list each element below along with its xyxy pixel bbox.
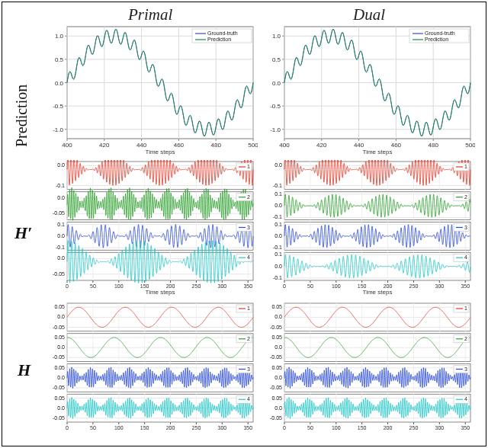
- svg-text:1: 1: [247, 306, 250, 311]
- svg-text:Ground-truth: Ground-truth: [207, 30, 238, 36]
- svg-text:0.05: 0.05: [54, 395, 65, 401]
- chart-dual-prediction: 400420440460480500-1.0-0.50.00.51.0Time …: [262, 22, 475, 155]
- svg-text:200: 200: [384, 283, 393, 289]
- svg-text:4: 4: [464, 254, 467, 260]
- svg-text:400: 400: [279, 142, 290, 149]
- svg-text:150: 150: [140, 283, 149, 289]
- svg-text:-0.05: -0.05: [270, 415, 282, 421]
- svg-text:Time steps: Time steps: [363, 289, 393, 296]
- svg-text:0.05: 0.05: [271, 395, 282, 401]
- svg-text:200: 200: [384, 425, 393, 430]
- svg-text:200: 200: [166, 283, 175, 289]
- svg-text:4: 4: [247, 396, 250, 402]
- svg-text:-0.1: -0.1: [273, 214, 282, 219]
- svg-text:0.0: 0.0: [57, 314, 65, 319]
- svg-text:250: 250: [192, 425, 201, 430]
- svg-text:Prediction: Prediction: [425, 37, 448, 42]
- svg-text:150: 150: [358, 283, 367, 289]
- svg-text:-1.0: -1.0: [270, 126, 281, 133]
- svg-text:0.05: 0.05: [271, 304, 282, 309]
- svg-text:0.0: 0.0: [274, 314, 282, 319]
- svg-text:0.1: 0.1: [274, 251, 282, 257]
- svg-text:0: 0: [283, 425, 286, 430]
- chart-dual-h: -0.050.00.051-0.050.00.052-0.050.00.053-…: [262, 302, 475, 437]
- svg-text:150: 150: [358, 425, 367, 430]
- svg-text:0.0: 0.0: [274, 264, 282, 269]
- svg-text:1.0: 1.0: [55, 33, 64, 40]
- svg-text:0.0: 0.0: [57, 195, 65, 200]
- svg-text:4: 4: [247, 254, 250, 260]
- svg-text:Prediction: Prediction: [207, 37, 231, 42]
- svg-text:-0.1: -0.1: [56, 183, 65, 188]
- svg-text:-0.5: -0.5: [53, 103, 63, 110]
- svg-text:0.0: 0.0: [57, 375, 65, 380]
- figure-container: Primal Dual Prediction H′ H 400420440460…: [2, 2, 486, 446]
- svg-text:440: 440: [136, 142, 147, 149]
- svg-text:-0.05: -0.05: [53, 354, 65, 360]
- svg-text:0.0: 0.0: [274, 162, 282, 168]
- svg-text:-0.05: -0.05: [270, 325, 282, 330]
- side-label-h-prime: H′: [14, 223, 32, 243]
- svg-text:-1.0: -1.0: [53, 126, 63, 133]
- svg-text:460: 460: [391, 142, 402, 149]
- svg-text:300: 300: [435, 283, 444, 289]
- svg-text:0.0: 0.0: [55, 80, 64, 87]
- svg-text:100: 100: [114, 283, 124, 289]
- svg-text:4: 4: [464, 396, 467, 402]
- svg-text:400: 400: [62, 142, 72, 149]
- svg-text:0.1: 0.1: [274, 191, 282, 197]
- svg-text:2: 2: [247, 194, 250, 200]
- svg-text:0.0: 0.0: [57, 405, 65, 411]
- chart-primal-h: -0.050.00.051-0.050.00.052-0.050.00.053-…: [44, 302, 258, 437]
- svg-text:500: 500: [248, 142, 258, 149]
- svg-text:1: 1: [464, 306, 467, 311]
- svg-text:420: 420: [316, 142, 327, 149]
- svg-text:-0.5: -0.5: [270, 103, 281, 110]
- svg-text:-0.05: -0.05: [53, 325, 65, 330]
- svg-text:-0.05: -0.05: [270, 385, 282, 390]
- svg-text:0.05: 0.05: [271, 334, 282, 340]
- svg-text:-0.1: -0.1: [56, 245, 65, 250]
- side-label-h: H: [18, 360, 30, 380]
- svg-text:0.0: 0.0: [57, 162, 65, 168]
- svg-text:0: 0: [283, 283, 286, 289]
- svg-text:2: 2: [464, 194, 467, 200]
- svg-text:150: 150: [140, 425, 149, 430]
- svg-text:0.1: 0.1: [57, 222, 65, 227]
- svg-text:350: 350: [243, 283, 252, 289]
- svg-text:0.1: 0.1: [274, 222, 282, 227]
- svg-text:350: 350: [243, 425, 252, 430]
- svg-text:250: 250: [192, 283, 201, 289]
- svg-text:-0.05: -0.05: [53, 415, 65, 421]
- svg-text:1.0: 1.0: [272, 33, 281, 40]
- svg-text:1: 1: [247, 164, 250, 169]
- chart-primal-h-prime: -0.10.01-0.050.02-0.10.00.13-0.050.04050…: [44, 160, 258, 296]
- svg-text:-0.1: -0.1: [273, 183, 282, 188]
- svg-text:2: 2: [464, 336, 467, 341]
- svg-text:0.0: 0.0: [57, 255, 65, 261]
- svg-text:-0.05: -0.05: [53, 385, 65, 390]
- svg-text:50: 50: [307, 283, 313, 289]
- svg-text:350: 350: [461, 425, 470, 430]
- svg-text:0.0: 0.0: [274, 344, 282, 350]
- svg-text:0.05: 0.05: [54, 365, 65, 370]
- svg-text:480: 480: [429, 142, 439, 149]
- svg-text:3: 3: [464, 225, 467, 230]
- svg-text:2: 2: [247, 336, 250, 341]
- svg-text:1: 1: [464, 164, 467, 169]
- svg-text:0.05: 0.05: [54, 304, 65, 309]
- svg-text:100: 100: [332, 425, 341, 430]
- svg-text:200: 200: [166, 425, 175, 430]
- svg-text:250: 250: [409, 283, 419, 289]
- svg-text:-0.1: -0.1: [273, 275, 282, 280]
- svg-text:0.0: 0.0: [272, 80, 281, 87]
- svg-text:0.05: 0.05: [271, 365, 282, 370]
- svg-text:Time steps: Time steps: [363, 149, 393, 155]
- svg-text:0.05: 0.05: [54, 334, 65, 340]
- svg-text:100: 100: [332, 283, 341, 289]
- chart-dual-h-prime: -0.10.01-0.10.00.12-0.10.00.13-0.10.00.1…: [262, 160, 475, 296]
- svg-text:Time steps: Time steps: [146, 289, 175, 296]
- svg-text:50: 50: [90, 283, 96, 289]
- svg-text:250: 250: [409, 425, 419, 430]
- svg-text:500: 500: [465, 142, 475, 149]
